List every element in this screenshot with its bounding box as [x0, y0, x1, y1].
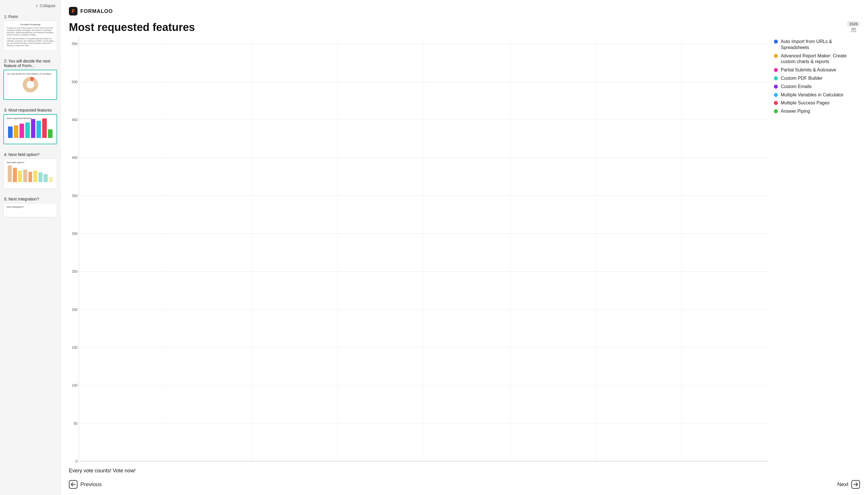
- page-title: Most requested features: [69, 21, 195, 34]
- caption: Every vote counts! Vote now!: [69, 468, 860, 474]
- sidebar-item-form[interactable]: 1: Form Formaloo Roadmap Formaloo is one…: [0, 10, 61, 54]
- donut-icon: [23, 77, 38, 92]
- thumb-decide: You will decide the next feature of Form…: [3, 70, 57, 100]
- y-tick-label: 200: [72, 308, 78, 312]
- legend-label: Multiple Variables in Calculator: [781, 92, 843, 98]
- count-value: 3326: [847, 21, 860, 27]
- sidebar-item-decide[interactable]: 2: You will decide the next feature of F…: [0, 54, 61, 103]
- bar-value-label: 324: [118, 461, 126, 467]
- y-tick-label: 550: [72, 42, 78, 46]
- legend-dot-icon: [774, 76, 778, 80]
- previous-label: Previous: [80, 481, 102, 488]
- bar-value-label: 540: [462, 461, 471, 467]
- legend-label: Custom Emails: [781, 84, 812, 90]
- y-tick-label: 350: [72, 194, 78, 198]
- legend-dot-icon: [774, 85, 778, 89]
- arrow-right-icon: [851, 480, 860, 489]
- legend-label: Auto Import from URLs & Spreadsheets: [781, 39, 860, 51]
- legend-item[interactable]: Answer Piping: [774, 108, 860, 115]
- bar-value-label: 403: [290, 461, 298, 467]
- legend-item[interactable]: Multiple Variables in Calculator: [774, 92, 860, 98]
- brand-name: FORMALOO: [80, 8, 113, 14]
- bar-value-label: 488: [548, 461, 557, 467]
- y-tick-label: 500: [72, 80, 78, 84]
- legend-label: Advanced Report Maker: Create custom cha…: [781, 53, 860, 65]
- legend-label: Multiple Success Pages: [781, 100, 830, 106]
- legend-dot-icon: [774, 101, 778, 105]
- sidebar-item-title: 4: Next field option?: [4, 152, 56, 157]
- sidebar-item-title: 2: You will decide the next feature of F…: [4, 59, 56, 68]
- sidebar-item-most-requested[interactable]: 3: Most requested features Most requeste…: [0, 103, 61, 148]
- y-tick-label: 400: [72, 156, 78, 160]
- legend-dot-icon: [774, 93, 778, 97]
- users-icon: [850, 27, 857, 34]
- brand-logo-icon: F: [69, 7, 78, 16]
- legend-item[interactable]: Multiple Success Pages: [774, 100, 860, 106]
- y-tick-label: 250: [72, 270, 78, 274]
- thumb-next-field: Next field option?: [3, 158, 57, 189]
- sidebar-item-title: 3: Most requested features: [4, 108, 56, 113]
- sidebar-item-title: 5: Next Integration?: [4, 197, 56, 201]
- legend-dot-icon: [774, 109, 778, 113]
- main-content: F FORMALOO Most requested features 3326 …: [61, 0, 868, 495]
- bar-value-label: 430: [376, 461, 384, 467]
- arrow-left-icon: [69, 480, 78, 489]
- legend-item[interactable]: Custom Emails: [774, 84, 860, 90]
- sidebar-item-title: 1: Form: [4, 14, 56, 19]
- legend-dot-icon: [774, 68, 778, 72]
- legend: Auto Import from URLs & SpreadsheetsAdva…: [774, 36, 860, 461]
- y-tick-label: 150: [72, 346, 78, 349]
- sidebar: Collapse 1: Form Formaloo Roadmap Formal…: [0, 0, 61, 495]
- sidebar-item-next-field[interactable]: 4: Next field option? Next field option?: [0, 148, 61, 192]
- y-tick-label: 450: [72, 118, 78, 122]
- sidebar-item-next-integration[interactable]: 5: Next Integration? Next Integration?: [0, 192, 61, 221]
- bar-value-label: 557: [635, 461, 643, 467]
- next-label: Next: [837, 481, 849, 488]
- chevron-left-icon: [36, 3, 38, 8]
- previous-button[interactable]: Previous: [69, 480, 102, 489]
- legend-dot-icon: [774, 39, 778, 44]
- legend-label: Answer Piping: [781, 108, 810, 115]
- next-button[interactable]: Next: [837, 480, 860, 489]
- y-tick-label: 50: [74, 422, 78, 426]
- legend-item[interactable]: Custom PDF Builder: [774, 75, 860, 82]
- legend-item[interactable]: Advanced Report Maker: Create custom cha…: [774, 53, 860, 65]
- legend-item[interactable]: Auto Import from URLs & Spreadsheets: [774, 39, 860, 51]
- y-tick-label: 100: [72, 383, 78, 388]
- legend-label: Partial Submits & Autosave: [781, 67, 836, 73]
- brand: F FORMALOO: [69, 7, 860, 16]
- legend-item[interactable]: Partial Submits & Autosave: [774, 67, 860, 73]
- bar-value-label: 233: [721, 461, 730, 467]
- footer-nav: Previous Next: [69, 478, 860, 492]
- legend-dot-icon: [774, 54, 778, 58]
- bar-chart: 050100150200250300350400450500550 324351…: [69, 36, 768, 461]
- thumb-next-integration: Next Integration?: [3, 203, 57, 217]
- y-tick-label: 300: [72, 232, 78, 236]
- respondent-count: 3326: [847, 21, 860, 34]
- svg-point-1: [854, 28, 855, 30]
- thumb-most-requested: Most requested features: [3, 114, 57, 144]
- legend-label: Custom PDF Builder: [781, 75, 823, 82]
- y-tick-label: 0: [76, 459, 78, 463]
- collapse-label: Collapse: [40, 3, 55, 8]
- bar-value-label: 351: [204, 461, 212, 467]
- svg-point-0: [851, 28, 853, 30]
- thumb-form: Formaloo Roadmap Formaloo is one of the …: [3, 21, 57, 51]
- collapse-button[interactable]: Collapse: [0, 0, 61, 10]
